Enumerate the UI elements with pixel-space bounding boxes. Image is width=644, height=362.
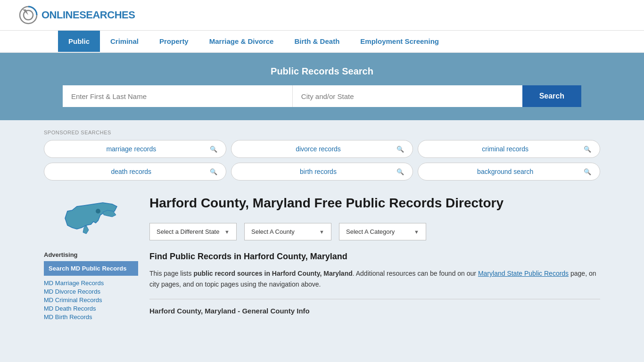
sponsored-link-background[interactable]: background search [427,168,584,175]
logo-text: ONLINESEARCHES [41,9,135,21]
category-dropdown[interactable]: Select A Category ▼ [339,223,426,240]
sidebar-link-birth[interactable]: MD Birth Records [44,313,138,321]
state-dropdown-label: Select a Different State [157,228,219,235]
main-container: SPONSORED SEARCHES marriage records 🔍 di… [30,120,614,331]
sponsored-item-divorce[interactable]: divorce records 🔍 [231,140,413,158]
search-banner-title: Public Records Search [19,66,625,77]
nav-item-property[interactable]: Property [149,31,199,52]
sponsored-item-death[interactable]: death records 🔍 [44,163,226,181]
nav-item-criminal[interactable]: Criminal [100,31,149,52]
sponsored-link-birth[interactable]: birth records [240,168,397,175]
state-dropdown[interactable]: Select a Different State ▼ [149,223,237,240]
find-description: This page lists public record sources in… [149,268,600,289]
sidebar-link-divorce[interactable]: MD Divorce Records [44,288,138,295]
sponsored-link-death[interactable]: death records [53,168,210,175]
category-dropdown-arrow: ▼ [414,229,419,235]
county-dropdown-arrow: ▼ [319,229,324,235]
find-title: Find Public Records in Harford County, M… [149,252,600,262]
category-dropdown-label: Select A Category [346,228,395,235]
sidebar-link-marriage[interactable]: MD Marriage Records [44,280,138,287]
main-content: Harford County, Maryland Free Public Rec… [149,195,600,322]
logo[interactable]: ONLINESEARCHES [19,6,135,25]
sponsored-grid: marriage records 🔍 divorce records 🔍 cri… [44,140,600,181]
dropdowns-row: Select a Different State ▼ Select A Coun… [149,223,600,240]
nav-item-marriage-divorce[interactable]: Marriage & Divorce [199,31,284,52]
maryland-map [60,195,122,242]
page-title: Harford County, Maryland Free Public Rec… [149,195,600,212]
sponsored-item-marriage[interactable]: marriage records 🔍 [44,140,226,158]
sponsored-item-background[interactable]: background search 🔍 [418,163,600,181]
search-button[interactable]: Search [522,85,581,107]
nav-item-birth-death[interactable]: Birth & Death [284,31,350,52]
svg-point-2 [96,209,100,214]
sidebar-ad-item[interactable]: Search MD Public Records [44,261,138,276]
map-area [44,195,138,242]
find-desc-part2: . Additional resources can be found on o… [353,270,478,277]
sidebar-links: MD Marriage Records MD Divorce Records M… [44,280,138,321]
county-dropdown-label: Select A County [251,228,295,235]
location-search-input[interactable] [293,85,522,107]
section-subtitle: Harford County, Maryland - General Count… [149,307,600,315]
search-icon-death: 🔍 [210,168,217,175]
search-icon-marriage: 🔍 [210,146,217,153]
sidebar-link-criminal[interactable]: MD Criminal Records [44,296,138,304]
search-icon-birth: 🔍 [396,168,404,175]
name-search-input[interactable] [63,85,293,107]
sidebar: Advertising Search MD Public Records MD … [44,195,138,322]
main-nav: Public Criminal Property Marriage & Divo… [0,31,644,53]
nav-item-public[interactable]: Public [58,31,100,52]
logo-icon [19,6,38,25]
section-divider [149,299,600,299]
state-dropdown-arrow: ▼ [224,229,230,235]
find-desc-part1: This page lists [149,270,193,277]
sponsored-link-divorce[interactable]: divorce records [240,145,397,153]
search-form: Search [63,85,581,107]
sidebar-ad-label: Advertising [44,251,138,258]
find-desc-bold: public record sources in Harford County,… [193,270,352,277]
sidebar-link-death[interactable]: MD Death Records [44,305,138,312]
sponsored-link-marriage[interactable]: marriage records [53,145,210,153]
search-icon-criminal: 🔍 [584,146,591,153]
search-icon-background: 🔍 [584,168,591,175]
state-records-link[interactable]: Maryland State Public Records [478,270,569,277]
nav-item-employment[interactable]: Employment Screening [350,31,449,52]
search-icon-divorce: 🔍 [396,146,404,153]
search-banner: Public Records Search Search [0,53,644,120]
header: ONLINESEARCHES [0,0,644,31]
sponsored-item-criminal[interactable]: criminal records 🔍 [418,140,600,158]
county-dropdown[interactable]: Select A County ▼ [244,223,331,240]
content-area: Advertising Search MD Public Records MD … [44,195,600,322]
sponsored-link-criminal[interactable]: criminal records [427,145,584,153]
sponsored-label: SPONSORED SEARCHES [44,130,600,135]
sponsored-item-birth[interactable]: birth records 🔍 [231,163,413,181]
